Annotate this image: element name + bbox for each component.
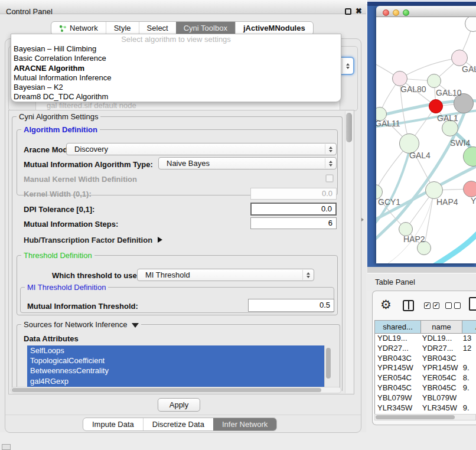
mi-steps-field[interactable]: 6 (250, 217, 337, 229)
control-panel-titlebar[interactable] (0, 0, 366, 14)
table-body[interactable]: YDL19...YDL19...13 YDR27...YDR27...12 YB… (374, 334, 476, 414)
column-header-shared-name[interactable]: shared... (375, 321, 421, 333)
node-label: GCY1 (378, 197, 400, 207)
panel-resize-grip[interactable] (361, 218, 364, 221)
cell-value: 8. (460, 373, 476, 383)
dpi-tolerance-label: DPI Tolerance [0,1]: (24, 205, 94, 214)
list-item[interactable]: BetweennessCentrality (27, 366, 332, 376)
mi-threshold-field[interactable]: 0.5 (248, 299, 334, 312)
node-gal10[interactable] (427, 74, 441, 88)
manual-kernel-checkbox[interactable] (325, 174, 334, 182)
group-title: Threshold Definition (21, 251, 94, 260)
table-header-row: shared... name A (374, 320, 476, 334)
cell-shared-name: YDR27... (375, 344, 420, 354)
panel-divider (5, 415, 361, 415)
node-salmon[interactable] (463, 181, 476, 197)
expand-triangle-icon[interactable] (158, 237, 162, 243)
list-item[interactable]: SelfLoops (27, 345, 332, 356)
tab-network[interactable]: Network (51, 22, 106, 35)
table-row[interactable]: YBL079WYBL079W (375, 393, 476, 403)
kernel-width-field[interactable]: 0.0 (250, 188, 337, 200)
horizontal-scrollbar-thumb[interactable] (12, 388, 321, 392)
deselect-all-checkbox-icon[interactable] (445, 302, 452, 309)
cell-value: 12 (460, 344, 476, 354)
export-table-icon[interactable] (469, 297, 476, 311)
dropdown-item[interactable]: Basic Correlation Inference (11, 54, 341, 63)
combo-value: Naive Bayes (167, 159, 210, 168)
dropdown-item[interactable]: Bayesian – Hill Climbing (11, 44, 341, 54)
aracne-mode-combo[interactable]: Discovery (66, 143, 337, 155)
cell-value: 9. (460, 403, 476, 413)
column-header-name[interactable]: name (421, 321, 462, 333)
node-label: Y (471, 196, 476, 206)
node-hap4[interactable] (425, 181, 443, 199)
table-row[interactable]: YBR045CYBR045C9. (375, 383, 476, 393)
group-title: Cyni Algorithm Settings (17, 112, 100, 121)
dropdown-item[interactable]: Bayesian – K2 (11, 83, 341, 92)
dropdown-item-selected[interactable]: ARACNE Algorithm (11, 64, 341, 73)
tab-jactivemnodules[interactable]: jActiveMNodules (235, 22, 313, 35)
which-threshold-combo[interactable]: MI Threshold (137, 269, 314, 281)
tab-infer-network[interactable]: Infer Network (213, 418, 276, 431)
cell-shared-name: YBR043C (375, 354, 420, 364)
hub-factor-expander[interactable]: Hub/Transcription Factor Definition (24, 236, 162, 244)
zoom-traffic-light-icon[interactable] (403, 9, 409, 16)
table-horizontal-scrollbar-thumb[interactable] (376, 415, 455, 419)
columns-icon[interactable] (403, 300, 414, 311)
cell-name: YBR043C (420, 354, 460, 364)
cell-name: YPR145W (420, 363, 460, 373)
table-row[interactable]: YER054CYER054C8. (375, 373, 476, 383)
cell-name: YBR045C (420, 383, 460, 393)
list-item[interactable]: gal4RGexp (27, 376, 332, 386)
tab-select[interactable]: Select (139, 22, 176, 35)
minimize-traffic-light-icon[interactable] (393, 9, 399, 16)
list-item[interactable]: TopologicalCoefficient (27, 356, 332, 366)
vertical-scrollbar[interactable] (345, 111, 353, 393)
data-attributes-label: Data Attributes (24, 334, 79, 343)
table-panel-title: Table Panel (375, 278, 415, 286)
combo-value: MI Threshold (145, 270, 190, 279)
mi-type-combo[interactable]: Naive Bayes (158, 157, 337, 169)
node-label: GAL10 (436, 88, 462, 97)
close-traffic-light-icon[interactable] (383, 9, 389, 16)
cell-shared-name: YBL079W (375, 393, 420, 403)
cell-value (460, 354, 476, 364)
node-gal[interactable] (451, 50, 468, 66)
table-row[interactable]: YDL19...YDL19...13 (375, 334, 476, 344)
column-header-cut[interactable]: A (462, 321, 476, 333)
algorithm-dropdown-popup: Select algorithm to view settings Bayesi… (11, 34, 341, 102)
dropdown-item[interactable]: Dream8 DC_TDC Algorithm (11, 92, 341, 102)
cell-value: 13 (460, 334, 476, 344)
table-row[interactable]: YBR043CYBR043C (375, 354, 476, 364)
cell-shared-name: YBR045C (375, 383, 420, 393)
collapse-triangle-icon[interactable] (132, 323, 139, 328)
network-canvas[interactable]: GAL GAL80 GAL10 GAL1 GAL11 SWI4 GAL4 GCY… (376, 17, 476, 263)
sources-group-title[interactable]: Sources for Network Inference (21, 320, 141, 329)
node-label: SWI4 (450, 138, 470, 148)
tab-discretize-data[interactable]: Discretize Data (143, 418, 213, 431)
vertical-scrollbar-thumb[interactable] (346, 113, 352, 142)
select-all-checkbox-icon[interactable]: ✔ (433, 302, 439, 309)
list-scrollbar-thumb[interactable] (326, 348, 331, 379)
network-window-titlebar[interactable] (376, 6, 476, 17)
table-row[interactable]: YPR145WYPR145W9. (375, 363, 476, 373)
tab-label: Style (114, 22, 131, 35)
node-gal1-highlighted[interactable] (429, 99, 443, 113)
gear-icon[interactable]: ⚙ (380, 298, 392, 311)
apply-button[interactable]: Apply (158, 398, 200, 412)
tab-style[interactable]: Style (106, 22, 139, 35)
mi-type-label: Mutual Information Algorithm Type: (24, 160, 153, 169)
data-attributes-list[interactable]: SelfLoops TopologicalCoefficient Between… (27, 345, 332, 387)
tab-cyni-toolbox[interactable]: Cyni Toolbox (176, 22, 235, 35)
table-row[interactable]: YLR345WYLR345W9. (375, 403, 476, 413)
float-icon[interactable] (345, 8, 351, 15)
table-row[interactable]: YDR27...YDR27...12 (375, 344, 476, 354)
close-icon[interactable]: ✖ (356, 6, 362, 15)
select-all-checkbox-icon[interactable]: ✔ (424, 302, 431, 309)
tab-impute-data[interactable]: Impute Data (83, 418, 143, 431)
dropdown-item[interactable]: Mutual Information Inference (11, 73, 341, 83)
hub-factor-label: Hub/Transcription Factor Definition (24, 236, 152, 244)
list-vertical-scrollbar[interactable] (324, 345, 332, 387)
deselect-all-checkbox-icon[interactable] (454, 302, 461, 309)
dpi-tolerance-field[interactable]: 0.0 (250, 203, 337, 216)
